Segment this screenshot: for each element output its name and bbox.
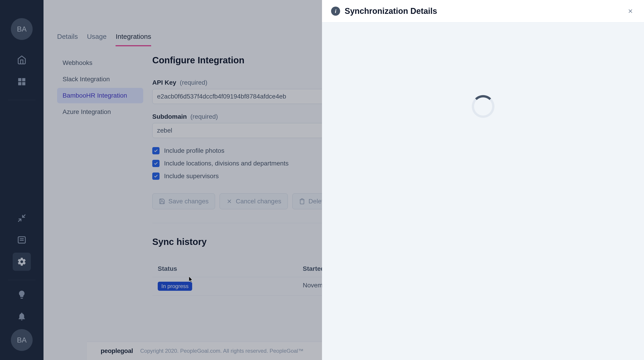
close-icon: [627, 8, 634, 14]
loading-spinner: [472, 95, 494, 118]
drawer-body: [322, 23, 644, 360]
drawer-title: Synchronization Details: [345, 6, 621, 16]
info-icon: i: [331, 7, 340, 16]
close-button[interactable]: [626, 7, 635, 16]
sync-details-drawer: i Synchronization Details: [322, 0, 644, 360]
